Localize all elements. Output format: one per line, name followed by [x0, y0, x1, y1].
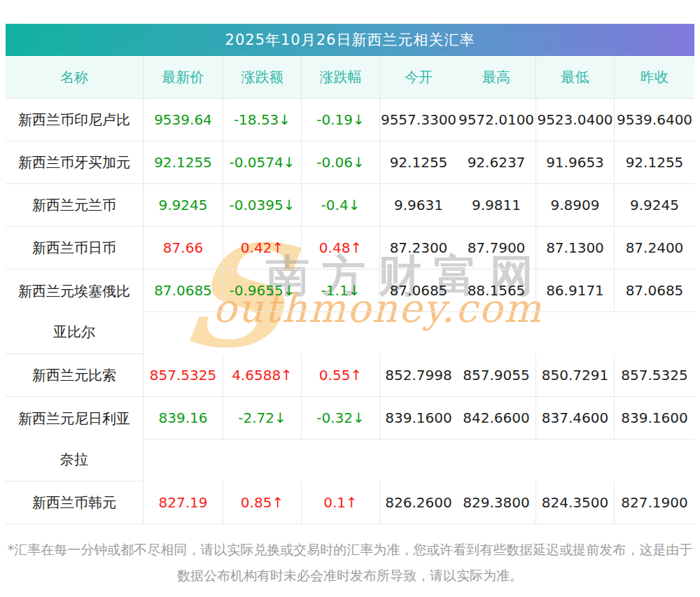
table-body: 新西兰币印尼卢比 9539.64 -18.53↓ -0.19↓ 9557.330…	[6, 99, 694, 524]
page: S 南方财富网 outhmoney.com 2025年10月26日新西兰元相关汇…	[6, 24, 694, 589]
cell-low: 91.9653	[536, 141, 614, 183]
cell-open: 87.2300	[379, 227, 457, 269]
cell-change: 0.85↑	[223, 482, 301, 524]
header-open: 今开	[379, 56, 457, 98]
cell-pct: 0.48↑	[301, 227, 379, 269]
row-data: 87.66 0.42↑ 0.48↑ 87.2300 87.7900 87.130…	[144, 227, 694, 269]
row-data-strip: 9539.64 -18.53↓ -0.19↓ 9557.3300 9572.01…	[144, 99, 694, 141]
cell-change: -0.9655↓	[223, 269, 301, 311]
cell-change: -0.0574↓	[223, 141, 301, 183]
cell-open: 852.7998	[379, 354, 457, 396]
cell-change: 0.42↑	[223, 227, 301, 269]
cell-open: 9557.3300	[379, 99, 457, 141]
cell-latest: 9.9245	[144, 184, 223, 226]
row-data-strip: 87.66 0.42↑ 0.48↑ 87.2300 87.7900 87.130…	[144, 227, 694, 269]
row-data-strip: 827.19 0.85↑ 0.1↑ 826.2600 829.3800 824.…	[144, 482, 694, 524]
cell-low: 87.1300	[536, 227, 614, 269]
cell-high: 857.9055	[457, 354, 536, 396]
row-data: 92.1255 -0.0574↓ -0.06↓ 92.1255 92.6237 …	[144, 141, 694, 184]
cell-low: 9523.0400	[536, 99, 614, 141]
row-data: 839.16 -2.72↓ -0.32↓ 839.1600 842.6600 8…	[144, 397, 694, 482]
cell-latest: 92.1255	[144, 141, 223, 183]
cell-pct: -0.19↓	[301, 99, 379, 141]
cell-high: 829.3800	[457, 482, 536, 524]
row-currency-name: 新西兰币韩元	[6, 482, 144, 524]
title-bar: 2025年10月26日新西兰元相关汇率	[6, 24, 694, 56]
header-name: 名称	[6, 56, 144, 98]
header-latest: 最新价	[144, 56, 223, 98]
cell-open: 826.2600	[379, 482, 457, 524]
table-row: 新西兰元兰币 9.9245 -0.0395↓ -0.4↓ 9.9631 9.98…	[6, 184, 694, 227]
row-data-strip: 857.5325 4.6588↑ 0.55↑ 852.7998 857.9055…	[144, 354, 694, 397]
header-prev: 昨收	[614, 56, 694, 98]
table-row: 新西兰币日币 87.66 0.42↑ 0.48↑ 87.2300 87.7900…	[6, 227, 694, 269]
cell-latest: 839.16	[144, 397, 223, 439]
cell-change: 4.6588↑	[223, 354, 301, 396]
cell-high: 9.9811	[457, 184, 536, 226]
cell-high: 88.1565	[457, 269, 536, 311]
row-currency-name: 新西兰币印尼卢比	[6, 99, 144, 141]
cell-change: -2.72↓	[223, 397, 301, 439]
row-currency-name: 新西兰元比索	[6, 354, 144, 397]
row-currency-name: 新西兰元兰币	[6, 184, 144, 227]
row-currency-name: 新西兰元尼日利亚奈拉	[6, 397, 144, 482]
cell-latest: 87.66	[144, 227, 223, 269]
cell-open: 87.0685	[379, 269, 457, 311]
table-header-row: 名称 最新价 涨跌额 涨跌幅 今开 最高 最低 昨收	[6, 56, 694, 99]
cell-low: 824.3500	[536, 482, 614, 524]
cell-pct: -0.06↓	[301, 141, 379, 183]
row-currency-name: 新西兰币日币	[6, 227, 144, 269]
cell-prev: 839.1600	[614, 397, 694, 439]
cell-high: 87.7900	[457, 227, 536, 269]
header-high: 最高	[457, 56, 536, 98]
cell-low: 850.7291	[536, 354, 614, 396]
row-currency-name: 新西兰元埃塞俄比亚比尔	[6, 269, 144, 354]
table-row: 新西兰币印尼卢比 9539.64 -18.53↓ -0.19↓ 9557.330…	[6, 99, 694, 141]
cell-low: 837.4600	[536, 397, 614, 439]
row-data-strip: 92.1255 -0.0574↓ -0.06↓ 92.1255 92.6237 …	[144, 141, 694, 184]
cell-latest: 87.0685	[144, 269, 223, 311]
cell-pct: -1.1↓	[301, 269, 379, 311]
cell-open: 839.1600	[379, 397, 457, 439]
cell-pct: -0.32↓	[301, 397, 379, 439]
cell-latest: 827.19	[144, 482, 223, 524]
row-data: 827.19 0.85↑ 0.1↑ 826.2600 829.3800 824.…	[144, 482, 694, 524]
cell-low: 86.9171	[536, 269, 614, 311]
cell-latest: 9539.64	[144, 99, 223, 141]
table-row: 新西兰元尼日利亚奈拉 839.16 -2.72↓ -0.32↓ 839.1600…	[6, 397, 694, 482]
cell-prev: 857.5325	[614, 354, 694, 396]
row-data-strip: 9.9245 -0.0395↓ -0.4↓ 9.9631 9.9811 9.89…	[144, 184, 694, 227]
row-data: 87.0685 -0.9655↓ -1.1↓ 87.0685 88.1565 8…	[144, 269, 694, 354]
cell-open: 92.1255	[379, 141, 457, 183]
row-data-strip: 87.0685 -0.9655↓ -1.1↓ 87.0685 88.1565 8…	[144, 269, 694, 312]
header-change: 涨跌额	[223, 56, 301, 98]
cell-prev: 92.1255	[614, 141, 694, 183]
footnote: *汇率在每一分钟或都不尽相同，请以实际兑换或交易时的汇率为准，您或许看到有些数据…	[6, 537, 694, 589]
cell-prev: 87.0685	[614, 269, 694, 311]
header-pct: 涨跌幅	[301, 56, 379, 98]
cell-high: 92.6237	[457, 141, 536, 183]
cell-prev: 9539.6400	[614, 99, 694, 141]
row-data-strip: 839.16 -2.72↓ -0.32↓ 839.1600 842.6600 8…	[144, 397, 694, 440]
table-row: 新西兰币牙买加元 92.1255 -0.0574↓ -0.06↓ 92.1255…	[6, 141, 694, 184]
table-row: 新西兰元比索 857.5325 4.6588↑ 0.55↑ 852.7998 8…	[6, 354, 694, 397]
cell-change: -18.53↓	[223, 99, 301, 141]
cell-prev: 87.2400	[614, 227, 694, 269]
cell-latest: 857.5325	[144, 354, 223, 396]
row-data: 857.5325 4.6588↑ 0.55↑ 852.7998 857.9055…	[144, 354, 694, 397]
cell-prev: 827.1900	[614, 482, 694, 524]
cell-change: -0.0395↓	[223, 184, 301, 226]
header-low: 最低	[536, 56, 614, 98]
cell-high: 842.6600	[457, 397, 536, 439]
cell-high: 9572.0100	[457, 99, 536, 141]
row-currency-name: 新西兰币牙买加元	[6, 141, 144, 184]
table-row: 新西兰币韩元 827.19 0.85↑ 0.1↑ 826.2600 829.38…	[6, 482, 694, 524]
cell-pct: 0.55↑	[301, 354, 379, 396]
cell-low: 9.8909	[536, 184, 614, 226]
row-data: 9.9245 -0.0395↓ -0.4↓ 9.9631 9.9811 9.89…	[144, 184, 694, 227]
row-data: 9539.64 -18.53↓ -0.19↓ 9557.3300 9572.01…	[144, 99, 694, 141]
table-row: 新西兰元埃塞俄比亚比尔 87.0685 -0.9655↓ -1.1↓ 87.06…	[6, 269, 694, 354]
cell-pct: -0.4↓	[301, 184, 379, 226]
cell-prev: 9.9245	[614, 184, 694, 226]
cell-open: 9.9631	[379, 184, 457, 226]
